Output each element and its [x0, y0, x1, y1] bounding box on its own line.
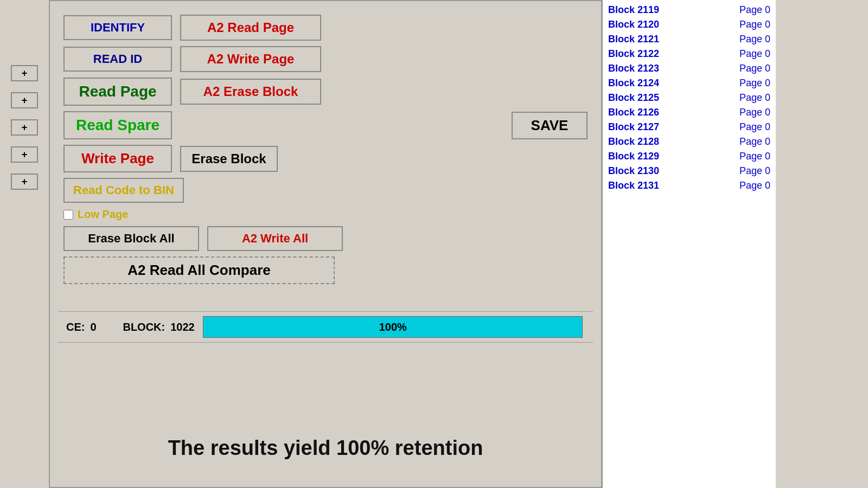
- row-4: Read Spare SAVE: [63, 111, 588, 139]
- block-label: Block 2122: [608, 48, 659, 60]
- plus-button-1[interactable]: +: [11, 65, 38, 81]
- block-label: Block 2125: [608, 92, 659, 104]
- block-list-item: Block 2126 Page 0: [608, 105, 770, 120]
- low-page-label: Low Page: [78, 208, 128, 221]
- write-page-button[interactable]: Write Page: [63, 145, 172, 172]
- row-1: IDENTIFY A2 Read Page: [63, 15, 588, 41]
- read-id-button[interactable]: READ ID: [63, 47, 172, 72]
- row-6: Read Code to BIN: [63, 178, 588, 203]
- block-value: 1022: [170, 321, 197, 333]
- a2-erase-block-button[interactable]: A2 Erase Block: [180, 79, 321, 105]
- block-label: Block 2119: [608, 4, 659, 16]
- row-3: Read Page A2 Erase Block: [63, 78, 588, 106]
- block-label: Block 2128: [608, 136, 659, 147]
- block-list-item: Block 2127 Page 0: [608, 120, 770, 134]
- row-9: A2 Read All Compare: [63, 256, 588, 284]
- block-list-item: Block 2122 Page 0: [608, 47, 770, 61]
- plus-button-3[interactable]: +: [11, 119, 38, 136]
- bottom-message: The results yield 100% retention: [50, 436, 601, 460]
- block-list-item: Block 2119 Page 0: [608, 3, 770, 17]
- block-label: Block 2123: [608, 63, 659, 74]
- page-label: Page 0: [739, 151, 770, 162]
- page-label: Page 0: [739, 34, 770, 45]
- block-label: Block 2131: [608, 180, 659, 191]
- block-label: Block 2127: [608, 121, 659, 133]
- block-list-container: Block 2119 Page 0 Block 2120 Page 0 Bloc…: [608, 3, 770, 193]
- erase-block-all-button[interactable]: Erase Block All: [63, 226, 199, 251]
- block-list-item: Block 2130 Page 0: [608, 164, 770, 178]
- ce-value: 0: [90, 321, 117, 333]
- a2-read-page-button[interactable]: A2 Read Page: [180, 15, 321, 41]
- block-list-item: Block 2129 Page 0: [608, 149, 770, 164]
- low-page-checkbox[interactable]: [63, 210, 73, 220]
- main-container: + + + + + IDENTIFY A2 Read Page READ ID …: [0, 0, 868, 488]
- page-label: Page 0: [739, 165, 770, 177]
- block-list-item: Block 2128 Page 0: [608, 134, 770, 149]
- status-bar: CE: 0 BLOCK: 1022 100%: [58, 311, 593, 343]
- a2-write-all-button[interactable]: A2 Write All: [207, 226, 343, 251]
- read-spare-button[interactable]: Read Spare: [63, 111, 172, 139]
- row-2: READ ID A2 Write Page: [63, 46, 588, 72]
- button-panel: IDENTIFY A2 Read Page READ ID A2 Write P…: [58, 9, 593, 290]
- row-8: Erase Block All A2 Write All: [63, 226, 588, 251]
- identify-button[interactable]: IDENTIFY: [63, 15, 172, 40]
- read-page-button[interactable]: Read Page: [63, 78, 172, 106]
- block-label: Block 2124: [608, 78, 659, 89]
- save-button[interactable]: SAVE: [512, 112, 588, 139]
- page-label: Page 0: [739, 136, 770, 147]
- progress-percent: 100%: [379, 321, 407, 333]
- a2-read-all-compare-button[interactable]: A2 Read All Compare: [63, 256, 335, 284]
- block-label: Block 2120: [608, 19, 659, 30]
- ce-label: CE:: [66, 321, 85, 333]
- block-list-item: Block 2123 Page 0: [608, 61, 770, 76]
- erase-block-button[interactable]: Erase Block: [180, 146, 278, 172]
- left-sidebar: + + + + +: [0, 0, 49, 488]
- block-label: Block 2130: [608, 165, 659, 177]
- block-label: BLOCK:: [123, 321, 165, 333]
- a2-write-page-button[interactable]: A2 Write Page: [180, 46, 321, 72]
- plus-button-2[interactable]: +: [11, 92, 38, 108]
- row-5: Write Page Erase Block: [63, 145, 588, 172]
- page-label: Page 0: [739, 92, 770, 104]
- block-list-item: Block 2121 Page 0: [608, 32, 770, 47]
- page-label: Page 0: [739, 121, 770, 133]
- block-list-item: Block 2131 Page 0: [608, 178, 770, 193]
- page-label: Page 0: [739, 107, 770, 118]
- plus-button-5[interactable]: +: [11, 174, 38, 190]
- progress-bar-fill: 100%: [203, 317, 582, 337]
- block-label: Block 2121: [608, 34, 659, 45]
- page-label: Page 0: [739, 63, 770, 74]
- right-panel: Block 2119 Page 0 Block 2120 Page 0 Bloc…: [602, 0, 776, 488]
- page-label: Page 0: [739, 19, 770, 30]
- progress-bar-container: 100%: [203, 316, 583, 338]
- block-list-item: Block 2120 Page 0: [608, 17, 770, 32]
- block-label: Block 2126: [608, 107, 659, 118]
- page-label: Page 0: [739, 48, 770, 60]
- read-code-button[interactable]: Read Code to BIN: [63, 178, 184, 203]
- plus-button-4[interactable]: +: [11, 146, 38, 163]
- block-label: Block 2129: [608, 151, 659, 162]
- page-label: Page 0: [739, 78, 770, 89]
- content-area: IDENTIFY A2 Read Page READ ID A2 Write P…: [49, 0, 602, 488]
- block-list-item: Block 2125 Page 0: [608, 91, 770, 105]
- row-7: Low Page: [63, 208, 588, 221]
- page-label: Page 0: [739, 4, 770, 16]
- block-list-item: Block 2124 Page 0: [608, 76, 770, 91]
- page-label: Page 0: [739, 180, 770, 191]
